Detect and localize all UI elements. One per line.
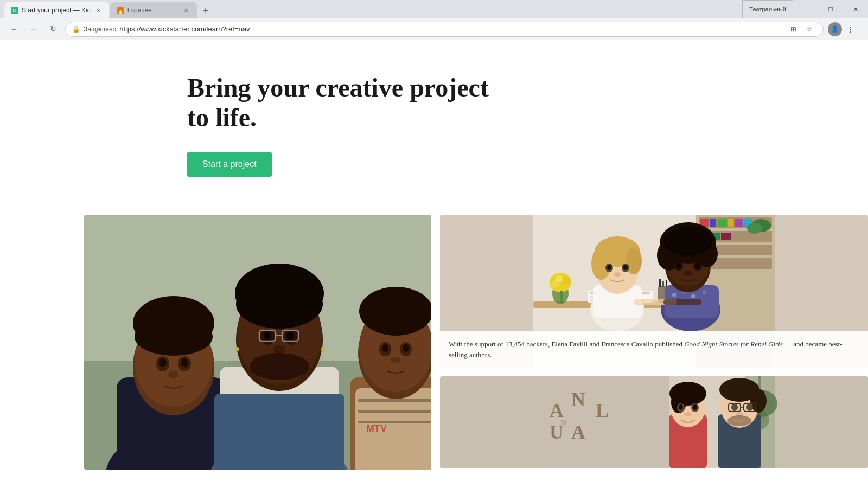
svg-point-62 <box>747 223 762 234</box>
svg-point-101 <box>663 226 712 256</box>
svg-text:A: A <box>571 421 585 443</box>
address-bar-icons: ⊞ ☆ <box>786 22 816 36</box>
svg-rect-53 <box>735 219 743 227</box>
hero-title: Bring your creative project to life. <box>187 73 868 132</box>
translate-icon[interactable]: ⊞ <box>786 22 800 36</box>
svg-point-92 <box>672 293 676 297</box>
svg-point-105 <box>695 262 700 269</box>
svg-point-137 <box>731 403 738 411</box>
svg-point-83 <box>591 247 611 280</box>
caption-italic: Good Night Stories for Rebel Girls <box>684 340 783 348</box>
svg-point-89 <box>614 272 621 277</box>
tab-kickstarter[interactable]: K Start your project — Kic ✕ <box>4 2 109 18</box>
svg-rect-34 <box>358 410 431 413</box>
tab-kickstarter-close[interactable]: ✕ <box>94 6 103 15</box>
svg-point-133 <box>750 389 767 413</box>
back-button[interactable]: ← <box>7 22 22 37</box>
right-top-image: With the support of 13,454 backers, Elen… <box>440 215 868 368</box>
svg-rect-33 <box>358 399 431 402</box>
theater-mode-label: Театральный <box>742 0 793 18</box>
tab-kickstarter-label: Start your project — Kic <box>22 7 91 14</box>
svg-point-30 <box>250 353 309 380</box>
svg-point-9 <box>181 358 188 367</box>
left-hero-image: MTV <box>84 215 431 470</box>
tab-hot[interactable]: 🔥 Горячее ✕ <box>110 2 197 18</box>
svg-point-25 <box>264 331 271 340</box>
svg-text:N: N <box>571 389 585 410</box>
svg-rect-76 <box>662 281 664 287</box>
svg-rect-50 <box>710 219 716 227</box>
svg-point-127 <box>679 404 683 410</box>
svg-rect-51 <box>717 219 727 227</box>
svg-rect-69 <box>560 291 563 303</box>
reload-button[interactable]: ↻ <box>46 22 61 37</box>
svg-point-27 <box>273 345 285 354</box>
svg-point-87 <box>607 265 611 270</box>
svg-point-28 <box>235 347 239 351</box>
url-bar[interactable]: 🔒 Защищено https://www.kickstarter.com/l… <box>65 22 824 37</box>
svg-point-68 <box>556 275 563 282</box>
svg-point-106 <box>684 271 692 276</box>
right-image-column: With the support of 13,454 backers, Elen… <box>440 215 868 470</box>
browser-toolbar: 👤 ⋮ <box>828 22 861 36</box>
start-project-button[interactable]: Start a project <box>187 152 272 177</box>
svg-point-129 <box>684 412 692 416</box>
tab-hot-label: Горячее <box>127 7 178 14</box>
hot-favicon: 🔥 <box>117 7 124 14</box>
profile-icon[interactable]: 👤 <box>828 22 842 36</box>
svg-point-42 <box>403 344 409 352</box>
forward-button[interactable]: → <box>26 22 41 37</box>
svg-point-26 <box>286 331 294 340</box>
svg-point-12 <box>135 318 213 356</box>
svg-rect-108 <box>663 299 701 305</box>
images-grid: MTV <box>0 215 868 470</box>
hero-title-line1: Bring your creative project <box>187 73 489 102</box>
security-lock-icon: 🔒 <box>72 25 80 33</box>
caption-text-before: With the support of 13,454 backers, Elen… <box>449 340 684 348</box>
page-content: Bring your creative project to life. Sta… <box>0 40 868 488</box>
svg-point-38 <box>359 287 431 336</box>
svg-point-128 <box>693 404 697 410</box>
svg-text:L: L <box>596 400 609 421</box>
svg-point-94 <box>691 294 695 298</box>
svg-text:M: M <box>560 419 567 427</box>
hero-section: Bring your creative project to life. Sta… <box>0 40 868 198</box>
new-tab-button[interactable]: + <box>198 3 213 18</box>
svg-rect-52 <box>728 219 733 227</box>
maximize-button[interactable]: □ <box>818 1 843 17</box>
svg-point-10 <box>168 371 179 378</box>
svg-rect-58 <box>721 233 731 240</box>
svg-point-8 <box>159 358 167 367</box>
tab-hot-close[interactable]: ✕ <box>182 6 190 15</box>
bookmark-icon[interactable]: ☆ <box>802 22 816 36</box>
svg-point-104 <box>676 262 681 269</box>
svg-rect-75 <box>659 279 661 287</box>
svg-point-29 <box>321 347 325 351</box>
kickstarter-favicon: K <box>11 7 18 14</box>
svg-point-138 <box>746 403 753 411</box>
svg-point-88 <box>623 265 628 270</box>
svg-point-43 <box>391 357 400 363</box>
extensions-icon[interactable]: ⋮ <box>843 22 857 36</box>
close-button[interactable]: ✕ <box>843 1 868 17</box>
svg-point-19 <box>236 280 323 329</box>
right-bottom-image: A N U A L M <box>440 376 868 468</box>
svg-text:MTV: MTV <box>366 423 387 434</box>
svg-text:A: A <box>550 400 564 421</box>
url-text: https://www.kickstarter.com/learn?ref=na… <box>119 25 250 33</box>
svg-point-41 <box>382 344 388 352</box>
browser-chrome: K Start your project — Kic ✕ 🔥 Горячее ✕… <box>0 0 868 40</box>
security-label: Защищено <box>84 25 116 33</box>
minimize-button[interactable]: — <box>793 1 818 17</box>
hero-title-line2: to life. <box>187 103 257 132</box>
image-caption: With the support of 13,454 backers, Elen… <box>440 331 868 368</box>
svg-point-95 <box>703 291 706 294</box>
svg-rect-15 <box>214 394 344 470</box>
address-bar: ← → ↻ 🔒 Защищено https://www.kickstarter… <box>0 18 868 40</box>
